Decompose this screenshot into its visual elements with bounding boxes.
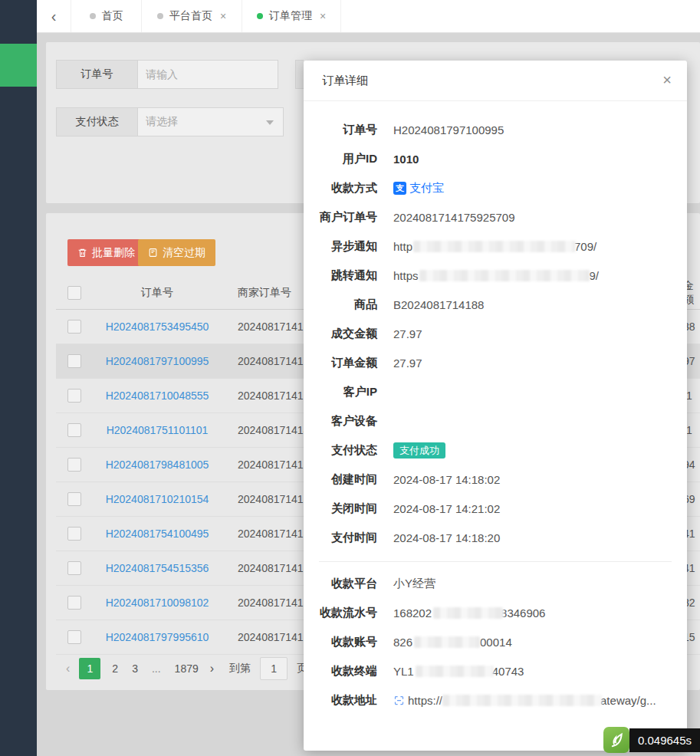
field-label: 收款方式 [304, 181, 377, 196]
trace-logo-button[interactable] [603, 727, 629, 753]
order-no-link[interactable]: H2024081710048555 [106, 390, 209, 402]
redacted-blur [433, 607, 504, 619]
order-no-link[interactable]: H2024081797100995 [106, 355, 209, 367]
merchant-no-cell: 202408171412 [238, 620, 309, 654]
order-no-link[interactable]: H2024081751101101 [107, 424, 209, 436]
field-label: 支付状态 [304, 443, 377, 458]
serial-no-value: 168202 8346906 [393, 606, 545, 620]
modal-body: 订单号 H2024081797100995 用户ID 1010 收款方式 支 支… [304, 101, 687, 715]
clear-expired-button[interactable]: 清空过期 [138, 239, 215, 266]
field-label: 成交金额 [304, 327, 377, 341]
field-label: 收款终端 [304, 664, 377, 679]
redacted-blur [414, 636, 480, 648]
order-no-value: H2024081797100995 [393, 123, 504, 136]
tab-bar: ‹ 首页 平台首页 × 订单管理 × [37, 0, 700, 33]
modal-header: 订单详细 [304, 61, 687, 101]
field-label: 商户订单号 [304, 210, 377, 225]
section-divider [319, 561, 672, 562]
merchant-no-cell: 202408171417 [238, 344, 309, 378]
order-no-link[interactable]: H2024081710098102 [106, 597, 209, 609]
tabs-back-button[interactable]: ‹ [37, 0, 71, 32]
col-header-order-no: 订单号 [77, 276, 238, 309]
alipay-icon: 支 [393, 182, 406, 195]
close-icon[interactable]: × [662, 72, 672, 87]
redirect-notify-value: https 9/ [393, 269, 599, 282]
pay-time-value: 2024-08-17 14:18:20 [393, 531, 500, 544]
merchant-no-cell: 202408171417 [238, 379, 309, 413]
chevron-down-icon [266, 120, 274, 125]
order-amount-value: 27.97 [393, 357, 422, 370]
field-label: 异步通知 [304, 239, 377, 254]
platform-value: 小Y经营 [393, 577, 435, 591]
product-value: B2024081714188 [393, 298, 484, 311]
field-label: 收款流水号 [304, 606, 377, 620]
field-label: 收款平台 [304, 577, 377, 591]
page-ellipsis: ... [150, 662, 163, 675]
scan-link-icon [393, 695, 405, 706]
batch-delete-button[interactable]: 批量删除 [67, 239, 145, 266]
pay-status-filter-group: 支付状态 请选择 [56, 107, 284, 136]
page-prev-button[interactable]: ‹ [66, 662, 70, 675]
pay-status-select[interactable]: 请选择 [138, 107, 284, 136]
close-time-value: 2024-08-17 14:21:02 [393, 502, 500, 515]
jump-page-input[interactable] [260, 657, 288, 680]
tab-home[interactable]: 首页 [71, 0, 141, 32]
chevron-left-icon: ‹ [51, 8, 57, 25]
field-label: 客户设备 [304, 414, 377, 429]
order-admin-page: ‹ 首页 平台首页 × 订单管理 × 订单号 支付状态 请选择 [0, 0, 700, 756]
field-label: 收款账号 [304, 635, 377, 649]
merchant-order-no-value: 2024081714175925709 [393, 211, 515, 224]
tab-label: 订单管理 [269, 9, 312, 23]
pay-url-value: https:// ateway/g... [393, 694, 656, 707]
tab-status-dot [157, 13, 163, 19]
merchant-no-cell: 202408171418 [238, 310, 309, 343]
tab-label: 首页 [102, 9, 123, 23]
page-button-active[interactable]: 1 [79, 658, 100, 679]
async-notify-value: http 709/ [393, 240, 596, 253]
order-no-link[interactable]: H2024081753495450 [106, 320, 209, 333]
user-id-value: 1010 [393, 153, 419, 166]
batch-delete-label: 批量删除 [92, 246, 135, 260]
order-no-link[interactable]: H2024081754515356 [106, 562, 209, 574]
page-button[interactable]: 2 [110, 662, 120, 675]
redacted-blur [416, 666, 494, 677]
close-icon[interactable]: × [320, 10, 326, 22]
collapsed-sidebar[interactable] [0, 0, 37, 756]
order-detail-modal: 订单详细 × 订单号 H2024081797100995 用户ID 1010 收… [304, 61, 687, 751]
field-label: 跳转通知 [304, 268, 377, 283]
tab-status-dot [90, 13, 96, 19]
tab-platform-home[interactable]: 平台首页 × [141, 0, 242, 32]
tab-order-management[interactable]: 订单管理 × [242, 0, 341, 32]
page-next-button[interactable]: › [210, 662, 214, 675]
field-label: 收款地址 [304, 693, 377, 708]
account-no-value: 826 00014 [393, 636, 512, 649]
merchant-no-cell: 202408171413 [238, 517, 309, 551]
field-label: 支付时间 [304, 531, 377, 545]
order-no-link[interactable]: H2024081798481005 [106, 459, 209, 471]
pagination: ‹ 1 2 3 ... 1879 › 到第 页 [66, 656, 307, 681]
deal-amount-value: 27.97 [393, 327, 422, 340]
order-no-link[interactable]: H2024081710210154 [106, 493, 209, 505]
merchant-no-cell: 202408171414 [238, 413, 309, 447]
field-label: 商品 [304, 297, 377, 312]
pay-method-value: 支付宝 [409, 181, 444, 196]
close-icon[interactable]: × [220, 10, 226, 22]
page-button[interactable]: 3 [130, 662, 140, 675]
order-no-filter-input[interactable] [138, 60, 278, 89]
leaf-logo-icon [607, 731, 626, 749]
order-no-link[interactable]: H2024081797995610 [106, 631, 209, 643]
create-time-value: 2024-08-17 14:18:02 [393, 473, 500, 486]
order-no-filter-label: 订单号 [56, 60, 138, 89]
merchant-no-cell: 202408171413 [238, 448, 309, 482]
field-label: 创建时间 [304, 472, 377, 487]
sidebar-active-menu-item[interactable] [0, 44, 37, 87]
pay-status-filter-label: 支付状态 [56, 107, 138, 136]
field-label: 订单号 [304, 123, 377, 137]
field-label: 订单金额 [304, 356, 377, 370]
field-label: 关闭时间 [304, 501, 377, 516]
page-button-last[interactable]: 1879 [173, 662, 201, 675]
field-label: 客户IP [304, 385, 377, 399]
jump-to-label: 到第 [229, 662, 251, 675]
order-no-link[interactable]: H2024081754100495 [106, 528, 209, 540]
order-no-filter-group: 订单号 [56, 60, 278, 89]
